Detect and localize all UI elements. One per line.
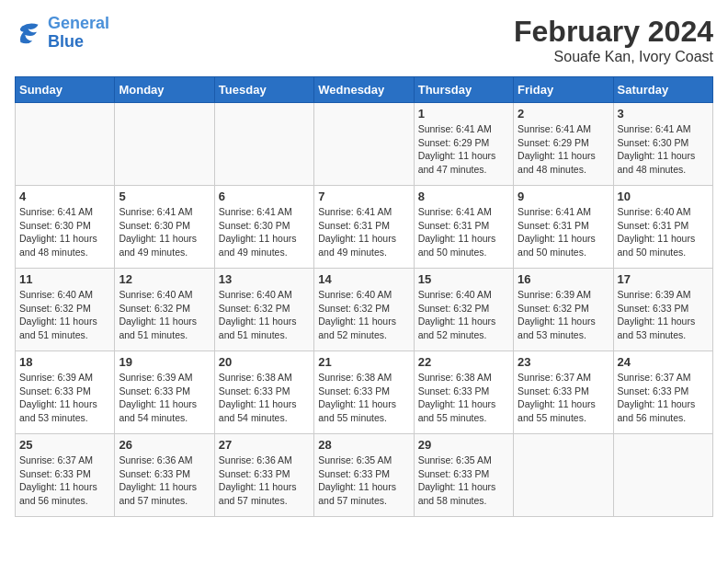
page-title: February 2024 [514, 15, 713, 49]
day-number: 17 [618, 272, 709, 286]
day-number: 25 [19, 438, 110, 452]
logo-icon [15, 20, 44, 46]
calendar-cell: 22Sunrise: 6:38 AM Sunset: 6:33 PM Dayli… [414, 351, 513, 434]
day-info: Sunrise: 6:38 AM Sunset: 6:33 PM Dayligh… [418, 371, 509, 425]
page-header: General Blue February 2024 Souafe Kan, I… [15, 15, 713, 65]
day-info: Sunrise: 6:40 AM Sunset: 6:31 PM Dayligh… [618, 205, 709, 259]
day-number: 11 [19, 272, 110, 286]
day-info: Sunrise: 6:38 AM Sunset: 6:33 PM Dayligh… [318, 371, 409, 425]
day-number: 12 [119, 272, 210, 286]
day-info: Sunrise: 6:36 AM Sunset: 6:33 PM Dayligh… [119, 454, 210, 508]
calendar-cell: 16Sunrise: 6:39 AM Sunset: 6:32 PM Dayli… [514, 269, 613, 351]
day-info: Sunrise: 6:41 AM Sunset: 6:30 PM Dayligh… [618, 122, 709, 177]
calendar-day-header: Sunday [16, 77, 115, 103]
day-info: Sunrise: 6:38 AM Sunset: 6:33 PM Dayligh… [219, 371, 310, 425]
calendar-week-row: 18Sunrise: 6:39 AM Sunset: 6:33 PM Dayli… [16, 351, 713, 434]
day-info: Sunrise: 6:41 AM Sunset: 6:30 PM Dayligh… [19, 205, 110, 259]
day-number: 3 [618, 107, 709, 121]
calendar-cell: 10Sunrise: 6:40 AM Sunset: 6:31 PM Dayli… [613, 186, 712, 269]
day-info: Sunrise: 6:35 AM Sunset: 6:33 PM Dayligh… [418, 454, 509, 508]
day-info: Sunrise: 6:39 AM Sunset: 6:33 PM Dayligh… [618, 288, 709, 342]
calendar-cell: 29Sunrise: 6:35 AM Sunset: 6:33 PM Dayli… [414, 434, 513, 517]
day-number: 29 [418, 438, 509, 452]
calendar-cell: 3Sunrise: 6:41 AM Sunset: 6:30 PM Daylig… [613, 103, 712, 186]
day-info: Sunrise: 6:41 AM Sunset: 6:31 PM Dayligh… [418, 205, 509, 259]
calendar-cell: 11Sunrise: 6:40 AM Sunset: 6:32 PM Dayli… [16, 269, 115, 351]
day-info: Sunrise: 6:39 AM Sunset: 6:32 PM Dayligh… [518, 288, 609, 342]
calendar-cell: 25Sunrise: 6:37 AM Sunset: 6:33 PM Dayli… [16, 434, 115, 517]
calendar-day-header: Tuesday [214, 77, 313, 103]
calendar-week-row: 11Sunrise: 6:40 AM Sunset: 6:32 PM Dayli… [16, 269, 713, 351]
calendar-cell: 18Sunrise: 6:39 AM Sunset: 6:33 PM Dayli… [16, 351, 115, 434]
calendar-day-header: Saturday [613, 77, 712, 103]
day-number: 6 [219, 190, 310, 203]
day-number: 7 [318, 190, 409, 203]
calendar-cell [514, 434, 613, 517]
day-number: 18 [19, 355, 110, 369]
day-info: Sunrise: 6:41 AM Sunset: 6:29 PM Dayligh… [418, 122, 509, 177]
day-info: Sunrise: 6:40 AM Sunset: 6:32 PM Dayligh… [318, 288, 409, 342]
calendar-cell: 23Sunrise: 6:37 AM Sunset: 6:33 PM Dayli… [514, 351, 613, 434]
day-info: Sunrise: 6:37 AM Sunset: 6:33 PM Dayligh… [19, 454, 110, 508]
calendar-day-header: Wednesday [314, 77, 414, 103]
calendar-cell [214, 103, 313, 186]
day-number: 24 [618, 355, 709, 369]
day-number: 1 [418, 107, 509, 121]
calendar-cell: 4Sunrise: 6:41 AM Sunset: 6:30 PM Daylig… [16, 186, 115, 269]
calendar-cell: 26Sunrise: 6:36 AM Sunset: 6:33 PM Dayli… [115, 434, 214, 517]
title-block: February 2024 Souafe Kan, Ivory Coast [514, 15, 713, 65]
logo: General Blue [15, 15, 109, 52]
page-subtitle: Souafe Kan, Ivory Coast [514, 49, 713, 65]
calendar-table: SundayMondayTuesdayWednesdayThursdayFrid… [15, 76, 713, 517]
day-info: Sunrise: 6:41 AM Sunset: 6:29 PM Dayligh… [518, 122, 609, 177]
calendar-cell: 27Sunrise: 6:36 AM Sunset: 6:33 PM Dayli… [214, 434, 313, 517]
calendar-week-row: 1Sunrise: 6:41 AM Sunset: 6:29 PM Daylig… [16, 103, 713, 186]
day-info: Sunrise: 6:41 AM Sunset: 6:30 PM Dayligh… [219, 205, 310, 259]
calendar-cell: 21Sunrise: 6:38 AM Sunset: 6:33 PM Dayli… [314, 351, 414, 434]
day-number: 10 [618, 190, 709, 203]
logo-general: General [48, 14, 109, 32]
calendar-cell [115, 103, 214, 186]
day-info: Sunrise: 6:41 AM Sunset: 6:30 PM Dayligh… [119, 205, 210, 259]
calendar-cell: 7Sunrise: 6:41 AM Sunset: 6:31 PM Daylig… [314, 186, 414, 269]
day-number: 19 [119, 355, 210, 369]
day-info: Sunrise: 6:40 AM Sunset: 6:32 PM Dayligh… [219, 288, 310, 342]
day-number: 16 [518, 272, 609, 286]
day-number: 13 [219, 272, 310, 286]
day-info: Sunrise: 6:40 AM Sunset: 6:32 PM Dayligh… [418, 288, 509, 342]
calendar-cell: 2Sunrise: 6:41 AM Sunset: 6:29 PM Daylig… [514, 103, 613, 186]
calendar-day-header: Friday [514, 77, 613, 103]
day-number: 21 [318, 355, 409, 369]
calendar-cell: 14Sunrise: 6:40 AM Sunset: 6:32 PM Dayli… [314, 269, 414, 351]
calendar-cell: 12Sunrise: 6:40 AM Sunset: 6:32 PM Dayli… [115, 269, 214, 351]
day-info: Sunrise: 6:40 AM Sunset: 6:32 PM Dayligh… [19, 288, 110, 342]
calendar-cell: 15Sunrise: 6:40 AM Sunset: 6:32 PM Dayli… [414, 269, 513, 351]
calendar-cell: 28Sunrise: 6:35 AM Sunset: 6:33 PM Dayli… [314, 434, 414, 517]
calendar-cell: 24Sunrise: 6:37 AM Sunset: 6:33 PM Dayli… [613, 351, 712, 434]
calendar-cell: 9Sunrise: 6:41 AM Sunset: 6:31 PM Daylig… [514, 186, 613, 269]
day-number: 14 [318, 272, 409, 286]
day-info: Sunrise: 6:39 AM Sunset: 6:33 PM Dayligh… [119, 371, 210, 425]
day-number: 5 [119, 190, 210, 203]
day-info: Sunrise: 6:37 AM Sunset: 6:33 PM Dayligh… [618, 371, 709, 425]
calendar-day-header: Monday [115, 77, 214, 103]
calendar-cell: 19Sunrise: 6:39 AM Sunset: 6:33 PM Dayli… [115, 351, 214, 434]
day-number: 22 [418, 355, 509, 369]
calendar-cell [613, 434, 712, 517]
day-number: 4 [19, 190, 110, 203]
day-number: 8 [418, 190, 509, 203]
day-number: 2 [518, 107, 609, 121]
day-info: Sunrise: 6:35 AM Sunset: 6:33 PM Dayligh… [318, 454, 409, 508]
calendar-cell: 17Sunrise: 6:39 AM Sunset: 6:33 PM Dayli… [613, 269, 712, 351]
day-info: Sunrise: 6:39 AM Sunset: 6:33 PM Dayligh… [19, 371, 110, 425]
calendar-week-row: 25Sunrise: 6:37 AM Sunset: 6:33 PM Dayli… [16, 434, 713, 517]
calendar-week-row: 4Sunrise: 6:41 AM Sunset: 6:30 PM Daylig… [16, 186, 713, 269]
calendar-cell: 13Sunrise: 6:40 AM Sunset: 6:32 PM Dayli… [214, 269, 313, 351]
day-info: Sunrise: 6:37 AM Sunset: 6:33 PM Dayligh… [518, 371, 609, 425]
day-number: 9 [518, 190, 609, 203]
calendar-cell: 20Sunrise: 6:38 AM Sunset: 6:33 PM Dayli… [214, 351, 313, 434]
calendar-cell: 6Sunrise: 6:41 AM Sunset: 6:30 PM Daylig… [214, 186, 313, 269]
calendar-day-header: Thursday [414, 77, 513, 103]
calendar-cell [314, 103, 414, 186]
calendar-cell: 1Sunrise: 6:41 AM Sunset: 6:29 PM Daylig… [414, 103, 513, 186]
